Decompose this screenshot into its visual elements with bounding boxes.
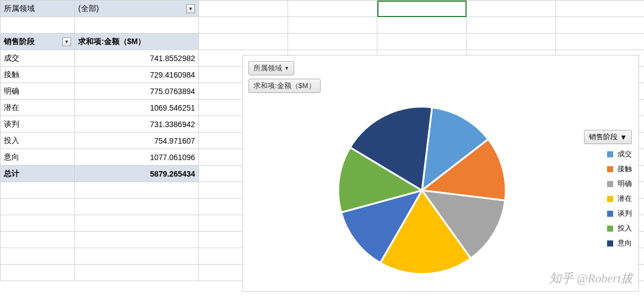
blank-cell[interactable]	[75, 265, 199, 281]
chevron-down-icon[interactable]: ▼	[62, 37, 71, 46]
blank-cell[interactable]	[1, 215, 75, 232]
legend-item[interactable]: 明确	[607, 179, 632, 189]
filter-label-cell[interactable]: 所属领域	[1, 1, 75, 17]
blank-cell[interactable]	[288, 34, 377, 50]
row-header-label: 销售阶段	[4, 37, 35, 47]
legend-item[interactable]: 谈判	[607, 209, 632, 218]
legend-item[interactable]: 潜在	[607, 194, 632, 204]
row-header-cell[interactable]: 销售阶段 ▼	[1, 34, 75, 50]
chevron-down-icon[interactable]: ▼	[186, 4, 195, 13]
blank-cell[interactable]	[288, 17, 377, 34]
legend-label: 接触	[618, 164, 632, 174]
blank-cell[interactable]	[1, 182, 75, 199]
pivot-row-value[interactable]: 729.4160984	[75, 67, 199, 83]
pivot-total-value[interactable]: 5879.265434	[75, 166, 199, 182]
blank-cell[interactable]	[75, 17, 199, 34]
legend-swatch	[607, 151, 613, 157]
legend-item[interactable]: 成交	[607, 149, 632, 159]
pie-chart	[334, 102, 510, 278]
pivot-row-label[interactable]: 成交	[1, 50, 75, 67]
filter-label: 所属领域	[4, 4, 35, 14]
blank-cell[interactable]	[467, 1, 556, 17]
blank-cell[interactable]	[199, 17, 288, 34]
pivot-row-value[interactable]: 741.8552982	[75, 50, 199, 67]
filter-value-cell[interactable]: (全部) ▼	[75, 1, 199, 17]
pivot-total-label[interactable]: 总计	[1, 166, 75, 182]
pivot-row-value[interactable]: 1069.546251	[75, 100, 199, 116]
pivot-row-label[interactable]: 谈判	[1, 116, 75, 133]
legend-label: 潜在	[618, 194, 632, 204]
blank-cell[interactable]	[1, 199, 75, 215]
pivot-row-label[interactable]: 意向	[1, 149, 75, 166]
legend-swatch	[607, 240, 613, 246]
blank-cell[interactable]	[1, 265, 75, 281]
blank-cell[interactable]	[75, 182, 199, 199]
blank-cell[interactable]	[75, 248, 199, 265]
legend-swatch	[607, 211, 613, 217]
legend-item[interactable]: 接触	[607, 164, 632, 174]
blank-cell[interactable]	[75, 199, 199, 215]
pivot-row-label[interactable]: 投入	[1, 133, 75, 149]
active-cell[interactable]	[377, 1, 467, 17]
watermark: 知乎 @Robert拔	[549, 270, 633, 287]
pivot-chart[interactable]: 所属领域 ▼ 求和项:金额（$M） 销售阶段 ▼ 成交接触明确潜在谈判投入意向 …	[242, 55, 639, 292]
blank-cell[interactable]	[1, 248, 75, 265]
pivot-row-label[interactable]: 接触	[1, 67, 75, 83]
blank-cell[interactable]	[556, 34, 644, 50]
legend-label: 明确	[618, 179, 632, 189]
blank-cell[interactable]	[467, 34, 556, 50]
blank-cell[interactable]	[75, 215, 199, 232]
value-header-label: 求和项:金额（$M）	[78, 37, 145, 47]
value-header-cell[interactable]: 求和项:金额（$M）	[75, 34, 199, 50]
legend-label: 投入	[618, 223, 632, 233]
blank-cell[interactable]	[199, 1, 288, 17]
blank-cell[interactable]	[1, 232, 75, 248]
chart-filter-field-label: 所属领域	[253, 63, 282, 73]
blank-cell[interactable]	[75, 232, 199, 248]
chevron-down-icon: ▼	[620, 133, 627, 141]
blank-cell[interactable]	[288, 1, 377, 17]
legend-swatch	[607, 196, 613, 202]
blank-cell[interactable]	[377, 17, 467, 34]
chart-legend-field-label: 销售阶段	[589, 132, 618, 142]
blank-cell[interactable]	[556, 1, 644, 17]
blank-cell[interactable]	[377, 34, 467, 50]
legend-swatch	[607, 226, 613, 232]
chart-toolbar: 所属领域 ▼ 求和项:金额（$M）	[248, 61, 321, 93]
chevron-down-icon: ▼	[284, 65, 289, 71]
legend-item[interactable]: 投入	[607, 223, 632, 233]
chart-legend: 成交接触明确潜在谈判投入意向	[607, 149, 632, 248]
blank-cell[interactable]	[467, 17, 556, 34]
chart-filter-field-button[interactable]: 所属领域 ▼	[248, 61, 294, 75]
filter-value: (全部)	[78, 4, 99, 14]
pivot-row-value[interactable]: 754.971607	[75, 133, 199, 149]
legend-swatch	[607, 166, 613, 172]
chart-value-field-button[interactable]: 求和项:金额（$M）	[248, 79, 321, 93]
pivot-row-value[interactable]: 775.0763894	[75, 83, 199, 100]
pivot-row-label[interactable]: 潜在	[1, 100, 75, 116]
pivot-row-value[interactable]: 731.3386942	[75, 116, 199, 133]
blank-cell[interactable]	[1, 17, 75, 34]
blank-cell[interactable]	[556, 17, 644, 34]
pivot-row-value[interactable]: 1077.061096	[75, 149, 199, 166]
legend-label: 谈判	[618, 209, 632, 218]
blank-cell[interactable]	[199, 34, 288, 50]
chart-value-field-label: 求和项:金额（$M）	[253, 81, 316, 91]
legend-swatch	[607, 181, 613, 187]
pivot-row-label[interactable]: 明确	[1, 83, 75, 100]
chart-legend-field-button[interactable]: 销售阶段 ▼	[584, 130, 632, 144]
legend-item[interactable]: 意向	[607, 238, 632, 248]
legend-label: 意向	[618, 238, 632, 248]
legend-label: 成交	[618, 149, 632, 159]
